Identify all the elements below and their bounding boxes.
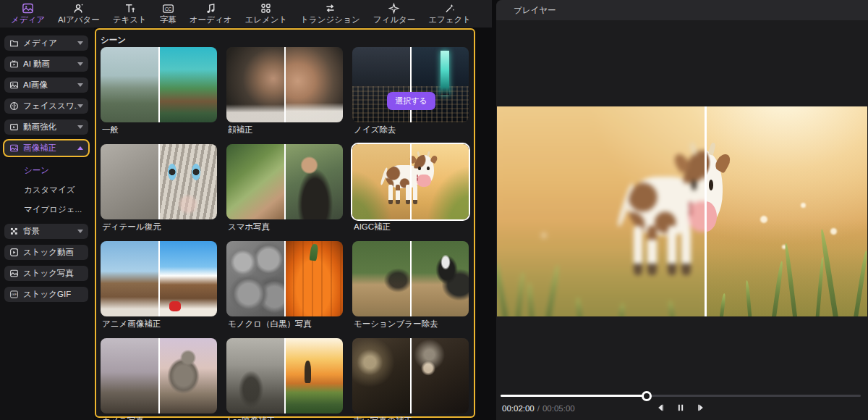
silhouette-shape xyxy=(305,361,311,383)
sidebar-item-media[interactable]: メディア xyxy=(4,35,88,51)
total-time: 00:05:00 xyxy=(542,404,575,413)
scene-thumbnail xyxy=(226,144,343,219)
ai-video-icon xyxy=(9,59,19,69)
scene-card-camera-photo[interactable]: カメラ写真 xyxy=(101,338,217,420)
compare-split-line xyxy=(410,338,412,413)
player-title: プレイヤー xyxy=(496,0,868,20)
compare-split-line xyxy=(410,241,412,316)
player-panel: プレイヤー xyxy=(496,0,868,420)
scene-card-general[interactable]: 一般 xyxy=(101,47,217,139)
chevron-down-icon xyxy=(77,125,83,129)
tab-text[interactable]: テキスト xyxy=(108,2,152,25)
compare-split-line xyxy=(158,144,160,219)
scene-card-log-footage[interactable]: Log映像補正 xyxy=(226,338,343,420)
sidebar-item-image-enhance[interactable]: 画像補正 xyxy=(4,140,88,156)
stock-gif-icon: GIF xyxy=(9,290,19,299)
tab-label: テキスト xyxy=(113,15,147,25)
scene-card-denoise[interactable]: 選択する ノイズ除去 xyxy=(352,47,469,139)
previous-frame-button[interactable] xyxy=(655,403,665,413)
scene-thumbnail xyxy=(352,144,469,219)
scene-card-phone-photo[interactable]: スマホ写真 xyxy=(226,144,343,236)
media-icon xyxy=(22,2,34,14)
chevron-down-icon xyxy=(77,62,83,66)
chevron-down-icon xyxy=(77,104,83,108)
tab-label: メディア xyxy=(11,15,45,25)
sidebar-subitem-my-projects[interactable]: マイプロジェ... xyxy=(4,204,94,214)
time-display: 00:02:00 / 00:05:00 xyxy=(502,404,575,413)
scene-card-monochrome-photo[interactable]: モノクロ（白黒）写真 xyxy=(226,241,343,333)
sidebar-item-stock-gif[interactable]: GIF ストックGIF xyxy=(4,287,88,302)
scene-card-face-enhance[interactable]: 顔補正 xyxy=(226,47,343,139)
select-button[interactable]: 選択する xyxy=(387,92,435,110)
sidebar-item-video-enhance[interactable]: 動画強化 xyxy=(4,119,88,135)
tab-effects[interactable]: エフェクト xyxy=(423,2,476,25)
tab-label: エフェクト xyxy=(428,15,471,25)
chevron-down-icon xyxy=(77,83,83,87)
svg-text:GIF: GIF xyxy=(12,293,17,296)
compare-split-line[interactable] xyxy=(705,106,707,316)
scene-thumbnail: 選択する xyxy=(352,47,469,122)
stock-video-icon xyxy=(9,248,19,257)
scene-thumbnail xyxy=(101,241,217,316)
next-frame-button[interactable] xyxy=(696,403,706,413)
ai-image-icon xyxy=(9,80,19,90)
pause-button[interactable] xyxy=(676,403,686,413)
sidebar-item-stock-video[interactable]: ストック動画 xyxy=(4,245,88,260)
scene-card-label: カメラ写真 xyxy=(102,416,217,420)
compare-split-line xyxy=(158,338,160,413)
video-preview[interactable] xyxy=(497,106,867,316)
scene-card-aigc-enhance[interactable]: AIGC補正 xyxy=(352,144,469,236)
compare-split-line xyxy=(410,47,412,122)
scene-thumbnail xyxy=(101,47,217,122)
tab-label: エレメント xyxy=(244,15,287,25)
scene-card-old-photo-restore[interactable]: 古い写真の補正 xyxy=(352,338,469,420)
scene-card-label: モーションブラー除去 xyxy=(354,319,469,329)
filters-icon xyxy=(388,2,400,14)
pumpkin-stem-shape xyxy=(309,244,318,261)
ai-avatar-icon xyxy=(72,2,85,14)
scene-card-detail-restore[interactable]: ディテール復元 xyxy=(101,144,217,236)
tab-elements[interactable]: エレメント xyxy=(239,2,292,25)
chevron-down-icon xyxy=(77,230,83,233)
skyscraper-shape xyxy=(441,51,449,94)
scene-card-label: スマホ写真 xyxy=(228,222,343,232)
video-enhance-icon xyxy=(9,122,19,132)
compare-split-line xyxy=(158,241,160,316)
sidebar-subitem-customize[interactable]: カスタマイズ xyxy=(4,185,94,195)
sidebar-item-background[interactable]: 背景 xyxy=(4,224,88,239)
compare-split-line xyxy=(410,144,412,219)
tab-audio[interactable]: オーディオ xyxy=(184,2,237,25)
sidebar-subitem-scene[interactable]: シーン xyxy=(4,165,94,175)
sidebar-item-ai-image[interactable]: AI画像 xyxy=(4,77,88,93)
image-enhance-icon xyxy=(9,143,19,153)
scene-card-label: 一般 xyxy=(102,125,217,135)
scene-panel: シーン 一般 顔補正 選択する ノイズ除去 xyxy=(95,28,475,418)
scene-card-label: アニメ画像補正 xyxy=(102,319,217,329)
sidebar-item-ai-video[interactable]: AI 動画 xyxy=(4,56,88,72)
red-bow-shape xyxy=(169,301,181,311)
effects-icon xyxy=(443,2,456,14)
scene-thumbnail xyxy=(101,338,217,413)
background-icon xyxy=(9,227,19,236)
seek-bar-handle[interactable] xyxy=(642,391,652,401)
scene-card-anime-enhance[interactable]: アニメ画像補正 xyxy=(101,241,217,333)
current-time: 00:02:00 xyxy=(502,404,535,413)
playback-controls xyxy=(655,403,706,413)
tab-ai-avatar[interactable]: AIアバター xyxy=(53,2,105,25)
scene-card-label: Log映像補正 xyxy=(228,416,343,420)
tab-filters[interactable]: フィルター xyxy=(368,2,421,25)
tab-media[interactable]: メディア xyxy=(6,2,50,25)
tab-transitions[interactable]: トランジション xyxy=(295,2,365,25)
time-separator: / xyxy=(537,404,540,413)
scene-thumbnail xyxy=(226,338,343,413)
svg-text:CC: CC xyxy=(165,7,172,12)
tab-captions[interactable]: CC 字幕 xyxy=(155,2,182,25)
compare-split-line xyxy=(284,47,286,122)
scene-card-motion-deblur[interactable]: モーションブラー除去 xyxy=(352,241,469,333)
audio-icon xyxy=(205,2,217,14)
sidebar-item-face-swap[interactable]: フェイススワ... xyxy=(4,98,88,114)
compare-split-line xyxy=(284,338,286,413)
before-blur-region xyxy=(497,106,705,316)
seek-bar[interactable] xyxy=(501,395,861,397)
sidebar-item-stock-photo[interactable]: ストック写真 xyxy=(4,266,88,281)
